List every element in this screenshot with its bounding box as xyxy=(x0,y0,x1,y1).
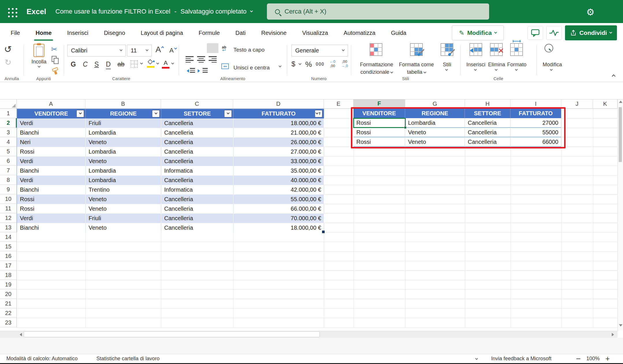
source-table-cell[interactable]: Verdi xyxy=(17,176,86,185)
source-table-cell[interactable]: Trentino xyxy=(86,185,161,195)
currency-format-button[interactable]: $ xyxy=(291,60,295,68)
scroll-up-icon[interactable] xyxy=(618,101,623,103)
row-header-15[interactable]: 15 xyxy=(0,242,17,251)
source-table-cell[interactable]: Cancelleria xyxy=(161,223,233,233)
row-header-14[interactable]: 14 xyxy=(0,232,17,242)
zoom-level[interactable]: 100% xyxy=(586,356,600,362)
row-header-10[interactable]: 10 xyxy=(0,194,17,204)
increase-decimal-button[interactable]: ,00→,0 xyxy=(341,59,348,68)
source-table-cell[interactable]: 66.000,00 € xyxy=(233,204,324,214)
row-header-6[interactable]: 6 xyxy=(0,156,17,166)
source-table-cell[interactable]: Verdi xyxy=(17,118,86,128)
source-table-cell[interactable]: 18.000,00 € xyxy=(233,223,324,233)
source-table-cell[interactable]: Cancelleria xyxy=(161,176,233,185)
font-color-chevron-down-icon[interactable] xyxy=(172,63,174,65)
format-as-table-button[interactable] xyxy=(410,43,423,56)
redo-icon[interactable]: ↻ xyxy=(5,58,11,67)
merge-center-button[interactable]: Unisci e centra xyxy=(233,65,270,71)
tab-disegno[interactable]: Disegno xyxy=(96,23,133,43)
app-name[interactable]: Excel xyxy=(27,0,46,23)
source-table-cell[interactable]: 42.000,00 € xyxy=(233,185,324,195)
source-table-cell[interactable]: Rossi xyxy=(17,204,86,214)
row-header-16[interactable]: 16 xyxy=(0,251,17,261)
source-table-cell[interactable]: Bianchi xyxy=(17,223,86,233)
source-table-cell[interactable]: Lombardia xyxy=(86,166,161,176)
settings-gear-icon[interactable]: ⚙ xyxy=(585,6,596,18)
zoom-out-button[interactable]: − xyxy=(576,354,581,363)
tab-file[interactable]: File xyxy=(3,23,28,43)
tab-guida[interactable]: Guida xyxy=(383,23,414,43)
filter-button-fatturato[interactable]: ↑ xyxy=(315,110,322,117)
column-header-e[interactable]: E xyxy=(324,99,353,109)
source-table-cell[interactable]: Rossi xyxy=(17,195,86,204)
align-right-icon[interactable] xyxy=(209,56,217,63)
source-table-cell[interactable]: Cancelleria xyxy=(161,214,233,223)
paste-button[interactable]: Incolla xyxy=(31,44,46,68)
vertical-scroll-thumb[interactable] xyxy=(619,107,622,162)
source-table-cell[interactable]: Friuli xyxy=(86,214,161,223)
source-table-cell[interactable]: 55.000,00 € xyxy=(233,195,324,204)
tab-layout-di-pagina[interactable]: Layout di pagina xyxy=(133,23,191,43)
filter-button-regione[interactable] xyxy=(152,110,160,117)
horizontal-scroll-thumb[interactable] xyxy=(24,331,320,337)
source-table-cell[interactable]: Friuli xyxy=(86,118,161,128)
column-header-b[interactable]: B xyxy=(85,99,161,109)
font-size-select[interactable]: 11 xyxy=(127,45,152,56)
insert-chevron-down-icon[interactable] xyxy=(474,69,476,71)
column-header-j[interactable]: J xyxy=(561,99,593,109)
cell-styles-label[interactable]: Stili xyxy=(433,62,461,68)
merge-chevron-down-icon[interactable] xyxy=(279,66,281,68)
row-header-12[interactable]: 12 xyxy=(0,213,17,223)
row-header-19[interactable]: 19 xyxy=(0,280,17,289)
source-table-cell[interactable]: Veneto xyxy=(86,137,161,147)
row-header-22[interactable]: 22 xyxy=(0,308,17,318)
source-table-cell[interactable]: Informatica xyxy=(161,166,233,176)
workbook-stats-button[interactable]: Statistiche cartella di lavoro xyxy=(96,356,160,362)
cell-styles-button[interactable] xyxy=(441,43,453,56)
row-header-18[interactable]: 18 xyxy=(0,270,17,280)
source-table-cell[interactable]: Verdi xyxy=(17,214,86,223)
source-table-cell[interactable]: Neri xyxy=(17,137,86,147)
scroll-right-icon[interactable] xyxy=(609,331,616,338)
strikethrough-button[interactable]: ab xyxy=(117,61,124,68)
source-table-cell[interactable]: Cancelleria xyxy=(161,137,233,147)
row-header-21[interactable]: 21 xyxy=(0,299,17,308)
source-table-cell[interactable]: Cancelleria xyxy=(161,147,233,156)
format-cells-button[interactable] xyxy=(510,43,523,56)
table-resize-handle[interactable] xyxy=(322,231,325,233)
row-header-9[interactable]: 9 xyxy=(0,185,17,194)
align-left-icon[interactable] xyxy=(186,56,194,63)
conditional-formatting-button[interactable] xyxy=(370,43,382,56)
row-header-2[interactable]: 2 xyxy=(0,118,17,128)
source-table-cell[interactable]: 40.000,00 € xyxy=(233,176,324,185)
bold-button[interactable]: G xyxy=(71,61,76,68)
source-table-cell[interactable]: Lombardia xyxy=(86,147,161,156)
title-chevron-down-icon[interactable] xyxy=(250,9,253,12)
share-button[interactable]: Condividi xyxy=(565,25,617,40)
fill-color-button[interactable] xyxy=(147,59,154,68)
decrease-decimal-button[interactable]: ←0,00 xyxy=(330,59,335,68)
font-color-button[interactable]: A xyxy=(162,59,169,69)
insert-cells-button[interactable] xyxy=(469,43,482,56)
row-header-20[interactable]: 20 xyxy=(0,289,17,299)
feedback-link[interactable]: Invia feedback a Microsoft xyxy=(491,356,551,362)
italic-button[interactable]: C xyxy=(83,61,88,68)
source-table-cell[interactable]: Bianchi xyxy=(17,185,86,195)
source-table-cell[interactable]: 18.000,00 € xyxy=(233,118,324,128)
collapse-ribbon-chevron-up-icon[interactable] xyxy=(612,75,615,78)
delete-chevron-down-icon[interactable] xyxy=(495,69,497,71)
zoom-in-button[interactable]: + xyxy=(605,354,610,363)
source-table-cell[interactable]: Bianchi xyxy=(17,128,86,137)
source-table-cell[interactable]: Cancelleria xyxy=(161,156,233,166)
undo-icon[interactable]: ↺ xyxy=(4,44,12,55)
tab-inserisci[interactable]: Inserisci xyxy=(59,23,96,43)
row-header-13[interactable]: 13 xyxy=(0,223,17,232)
row-header-7[interactable]: 7 xyxy=(0,166,17,175)
increase-indent-icon[interactable] xyxy=(198,68,208,74)
row-header-3[interactable]: 3 xyxy=(0,128,17,137)
row-header-11[interactable]: 11 xyxy=(0,204,17,213)
tab-revisione[interactable]: Revisione xyxy=(253,23,294,43)
row-header-5[interactable]: 5 xyxy=(0,147,17,156)
source-table-cell[interactable]: Cancelleria xyxy=(161,118,233,128)
source-table-cell[interactable]: Cancelleria xyxy=(161,195,233,204)
